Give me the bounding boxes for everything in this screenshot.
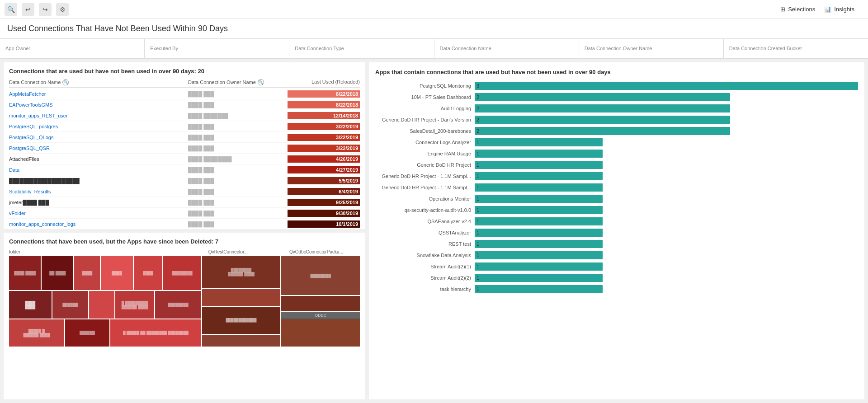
connection-name[interactable]: jmeter████ ███: [9, 200, 188, 205]
tm-cell[interactable]: ████████: [155, 291, 201, 318]
connection-name[interactable]: PostgreSQL_QSR: [9, 145, 188, 151]
connection-owner: ████ ███: [188, 124, 288, 129]
connection-name[interactable]: monitor_apps_REST_user: [9, 113, 188, 118]
table-row[interactable]: monitor_apps_connector_logs████ ███10/1/…: [9, 219, 360, 229]
tm-cell[interactable]: [281, 296, 360, 311]
bar-row[interactable]: Audit Logging2: [375, 103, 858, 113]
tm-cell[interactable]: ██████: [52, 291, 88, 318]
bar-row[interactable]: 10M - PT Sales Dashboard2: [375, 92, 858, 102]
bar-row[interactable]: Stream Audit(2)(1)1: [375, 262, 858, 272]
connection-name[interactable]: AttachedFiles: [9, 156, 188, 162]
bar-row[interactable]: PostgreSQL Monitoring3: [375, 81, 858, 91]
filter-conn-bucket[interactable]: Data Connection Created Bucket: [724, 39, 868, 58]
owner-search-icon[interactable]: 🔍: [258, 79, 264, 85]
bar-row[interactable]: SalesDetail_200-barebones2: [375, 126, 858, 136]
page-title: Used Connections That Have Not Been Used…: [0, 19, 868, 39]
filter-app-owner-label: App Owner: [5, 46, 30, 51]
bar-row[interactable]: task hierarchy1: [375, 284, 858, 294]
connection-name[interactable]: monitor_apps_connector_logs: [9, 221, 188, 227]
connection-owner: ████ ███: [188, 145, 288, 151]
connection-name[interactable]: EAPowerToolsGMS: [9, 102, 188, 108]
table-row[interactable]: PostgreSQL_QLogs████ ███3/22/2019: [9, 132, 360, 143]
tm-cell[interactable]: █ █████ ██ ████████ ████████: [110, 319, 201, 347]
table-row[interactable]: AppMetaFetcher████ ███8/22/2018: [9, 89, 360, 99]
bar-row[interactable]: Stream Audit(2)(2)1: [375, 273, 858, 283]
table-row[interactable]: Scalability_Results████ ███6/4/2019: [9, 186, 360, 197]
tm-cell[interactable]: █████ ███████ ████: [9, 319, 64, 347]
filter-app-owner[interactable]: App Owner: [0, 39, 145, 58]
bar-row[interactable]: Snowflake Data Analysis1: [375, 250, 858, 260]
bar-value: 2: [475, 128, 479, 134]
bar-row[interactable]: QSAEanalyzer-v2.41: [375, 216, 858, 226]
search-icon[interactable]: 🔍: [5, 3, 17, 16]
connection-name[interactable]: Scalability_Results: [9, 189, 188, 194]
bar-row[interactable]: Operations Monitor1: [375, 194, 858, 204]
filter-conn-type[interactable]: Data Connection Type: [289, 39, 434, 58]
bar-row[interactable]: Connector Logs Analyzer1: [375, 137, 858, 147]
table-row[interactable]: vFolder████ ███9/30/2019: [9, 208, 360, 219]
bar-fill: 1: [475, 172, 603, 180]
selections-icon: ⊞: [780, 6, 785, 13]
left-panel: Connections that are used but have not b…: [4, 62, 365, 399]
bar-row[interactable]: Generic DoD HR Project - 1.1M Sampl...1: [375, 183, 858, 192]
bar-label: Stream Audit(2)(2): [375, 275, 475, 281]
selections-button[interactable]: ⊞ Selections: [780, 6, 815, 13]
tm-cell[interactable]: [202, 289, 281, 306]
tm-row-2: ████████ ██████ █ ███████████████ ████ █…: [9, 291, 201, 318]
bar-row[interactable]: Generic DoD HR Project - 1.1M Sampl...1: [375, 171, 858, 181]
connection-name[interactable]: vFolder: [9, 211, 188, 216]
tm-cell[interactable]: ██ ████: [42, 256, 73, 290]
table-row[interactable]: ████████████████████████ ███5/5/2019: [9, 175, 360, 186]
bar-row[interactable]: QSSTAnalyzer1: [375, 228, 858, 238]
filter-executed-by[interactable]: Executed By: [145, 39, 289, 58]
tm-cell[interactable]: [89, 291, 114, 318]
tm-cell[interactable]: ████: [134, 256, 163, 290]
table-row[interactable]: Data████ ███4/27/2019: [9, 164, 360, 175]
settings-icon[interactable]: ⚙: [56, 3, 69, 16]
tm-cell[interactable]: ████: [101, 256, 132, 290]
tm-cell[interactable]: [281, 319, 360, 347]
table-row[interactable]: PostgreSQL_postgres████ ███3/22/2019: [9, 121, 360, 132]
tm-cell[interactable]: █ ███████████████ ████: [115, 291, 154, 318]
connection-name[interactable]: ████████████████████: [9, 178, 188, 183]
bar-row[interactable]: Generic DoD HR Project - Dan's Version2: [375, 115, 858, 125]
table-row[interactable]: PostgreSQL_QSR████ ███3/22/2019: [9, 143, 360, 154]
tm-cell[interactable]: ██████: [65, 319, 109, 347]
tm-cell[interactable]: ████ ████: [9, 256, 41, 290]
table-row[interactable]: EAPowerToolsGMS████ ███8/22/2018: [9, 99, 360, 110]
filter-conn-owner[interactable]: Data Connection Owner Name: [579, 39, 724, 58]
table-row[interactable]: AttachedFiles████ ████████4/26/2019: [9, 154, 360, 164]
undo-icon[interactable]: ↩: [22, 3, 34, 16]
bar-label: Stream Audit(2)(1): [375, 264, 475, 269]
bar-label: task hierarchy: [375, 286, 475, 292]
connection-table-header: Data Connection Name 🔍 Data Connection O…: [9, 79, 360, 88]
connection-name[interactable]: PostgreSQL_QLogs: [9, 135, 188, 140]
bar-track: 1: [475, 150, 858, 158]
bar-row[interactable]: REST test1: [375, 239, 858, 249]
connection-owner: ████ ███: [188, 189, 288, 194]
filter-conn-name[interactable]: Data Connection Name: [434, 39, 579, 58]
tm-cell[interactable]: ████: [74, 256, 100, 290]
tm-cell[interactable]: ████████: [9, 291, 52, 318]
name-search-icon[interactable]: 🔍: [62, 79, 69, 85]
connection-name[interactable]: Data: [9, 167, 188, 173]
tm-cell[interactable]: [202, 335, 281, 347]
table-row[interactable]: jmeter████ ███████ ███9/25/2019: [9, 197, 360, 208]
insights-button[interactable]: 📊 Insights: [824, 6, 854, 13]
treemap-title: Connections that have been used, but the…: [9, 238, 360, 245]
right-panel: Apps that contain connections that are u…: [369, 62, 864, 399]
connection-name[interactable]: AppMetaFetcher: [9, 91, 188, 97]
redo-icon[interactable]: ↪: [39, 3, 52, 16]
connection-name[interactable]: PostgreSQL_postgres: [9, 124, 188, 129]
tm-cell[interactable]: ████████████: [202, 307, 281, 334]
tm-cell[interactable]: ████████: [163, 256, 201, 290]
bar-track: 2: [475, 104, 858, 112]
bar-row[interactable]: qs-security-action-audit-v1.0.01: [375, 205, 858, 215]
bar-track: 1: [475, 161, 858, 169]
bar-row[interactable]: Generic DoD HR Project1: [375, 160, 858, 170]
bar-row[interactable]: Engine RAM Usage1: [375, 149, 858, 159]
tm-cell[interactable]: ████████: [281, 256, 360, 295]
table-row[interactable]: monitor_apps_REST_user████ ███████12/14/…: [9, 110, 360, 121]
tm-cell[interactable]: ██████████████ ████: [202, 256, 281, 288]
bar-fill: 1: [475, 229, 603, 237]
